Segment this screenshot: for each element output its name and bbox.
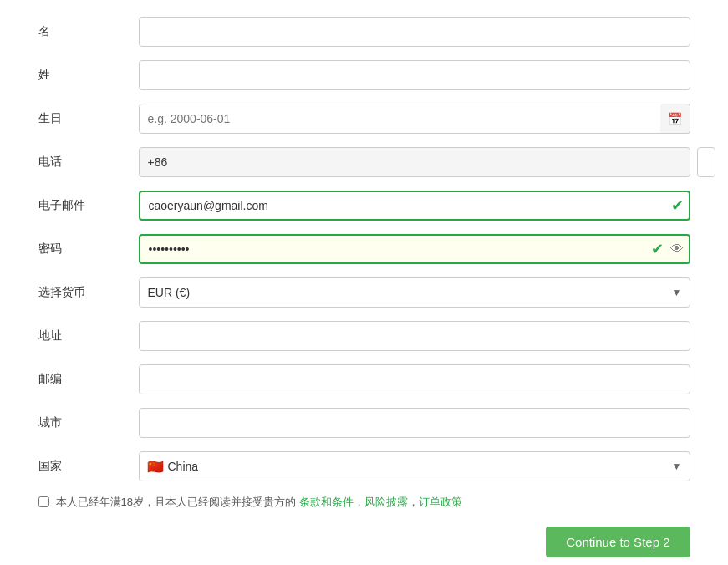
postal-code-row: 邮编 — [38, 364, 690, 394]
currency-field: EUR (€) USD ($) GBP (£) JPY (¥) CNY (¥) … — [139, 277, 690, 308]
phone-number-input[interactable] — [697, 147, 715, 177]
birthday-row: 生日 📅 — [38, 104, 690, 134]
phone-label: 电话 — [38, 155, 139, 170]
country-field: 🇨🇳 China United States United Kingdom Ge… — [139, 451, 690, 481]
order-policy-link[interactable]: 订单政策 — [419, 496, 462, 508]
birthday-wrapper: 📅 — [139, 104, 690, 134]
first-name-input[interactable] — [139, 17, 690, 47]
first-name-row: 名 — [38, 17, 690, 47]
password-icons: ✔ 👁 — [651, 240, 684, 258]
address-row: 地址 — [38, 321, 690, 351]
terms-separator-2: ， — [408, 496, 419, 508]
terms-conditions-link[interactable]: 条款和条件 — [299, 496, 354, 508]
city-input[interactable] — [139, 408, 690, 438]
email-label: 电子邮件 — [38, 198, 139, 213]
address-field — [139, 321, 690, 351]
terms-row: 本人已经年满18岁，且本人已经阅读并接受贵方的 条款和条件，风险披露，订单政策 — [38, 495, 690, 510]
last-name-input[interactable] — [139, 60, 690, 90]
first-name-label: 名 — [38, 24, 139, 39]
city-row: 城市 — [38, 408, 690, 438]
terms-separator-1: ， — [354, 496, 364, 508]
first-name-field — [139, 17, 690, 47]
calendar-icon: 📅 — [668, 112, 682, 125]
password-field-wrapper: ✔ 👁 — [139, 234, 690, 264]
last-name-label: 姓 — [38, 68, 139, 83]
password-input-wrapper: ✔ 👁 — [139, 234, 690, 264]
country-select-wrapper: 🇨🇳 China United States United Kingdom Ge… — [139, 451, 690, 481]
email-input[interactable] — [139, 191, 690, 221]
currency-label: 选择货币 — [38, 285, 139, 300]
currency-select-wrapper: EUR (€) USD ($) GBP (£) JPY (¥) CNY (¥) … — [139, 277, 690, 308]
address-input[interactable] — [139, 321, 690, 351]
address-label: 地址 — [38, 328, 139, 344]
phone-field — [139, 147, 690, 177]
phone-prefix-input[interactable] — [139, 147, 690, 177]
city-field — [139, 408, 690, 438]
last-name-row: 姓 — [38, 60, 690, 90]
password-label: 密码 — [38, 242, 139, 257]
phone-row: 电话 — [38, 147, 690, 177]
continue-button[interactable]: Continue to Step 2 — [546, 527, 690, 557]
email-row: 电子邮件 ✔ — [38, 191, 690, 221]
password-row: 密码 ✔ 👁 — [38, 234, 690, 264]
email-input-wrapper: ✔ — [139, 191, 690, 221]
button-row: Continue to Step 2 — [38, 527, 690, 557]
country-row: 国家 🇨🇳 China United States United Kingdom… — [38, 451, 690, 481]
password-input[interactable] — [139, 234, 690, 264]
risk-disclosure-link[interactable]: 风险披露 — [364, 496, 408, 508]
birthday-field: 📅 — [139, 104, 690, 134]
postal-code-label: 邮编 — [38, 372, 139, 387]
birthday-label: 生日 — [38, 111, 139, 126]
terms-text: 本人已经年满18岁，且本人已经阅读并接受贵方的 条款和条件，风险披露，订单政策 — [56, 495, 462, 510]
country-label: 国家 — [38, 459, 139, 474]
registration-form: 名 姓 生日 📅 电话 — [38, 17, 690, 557]
postal-code-input[interactable] — [139, 364, 690, 394]
city-label: 城市 — [38, 415, 139, 430]
currency-row: 选择货币 EUR (€) USD ($) GBP (£) JPY (¥) CNY… — [38, 277, 690, 308]
country-select[interactable]: China United States United Kingdom Germa… — [139, 451, 690, 481]
password-eye-icon[interactable]: 👁 — [670, 242, 684, 257]
postal-code-field — [139, 364, 690, 394]
email-check-icon: ✔ — [671, 196, 684, 215]
birthday-input[interactable] — [139, 104, 690, 134]
calendar-button[interactable]: 📅 — [660, 104, 690, 134]
email-field-wrapper: ✔ — [139, 191, 690, 221]
phone-wrapper — [139, 147, 690, 177]
last-name-field — [139, 60, 690, 90]
password-check-icon: ✔ — [651, 240, 664, 258]
terms-checkbox[interactable] — [38, 496, 49, 507]
currency-select[interactable]: EUR (€) USD ($) GBP (£) JPY (¥) CNY (¥) — [139, 277, 690, 308]
